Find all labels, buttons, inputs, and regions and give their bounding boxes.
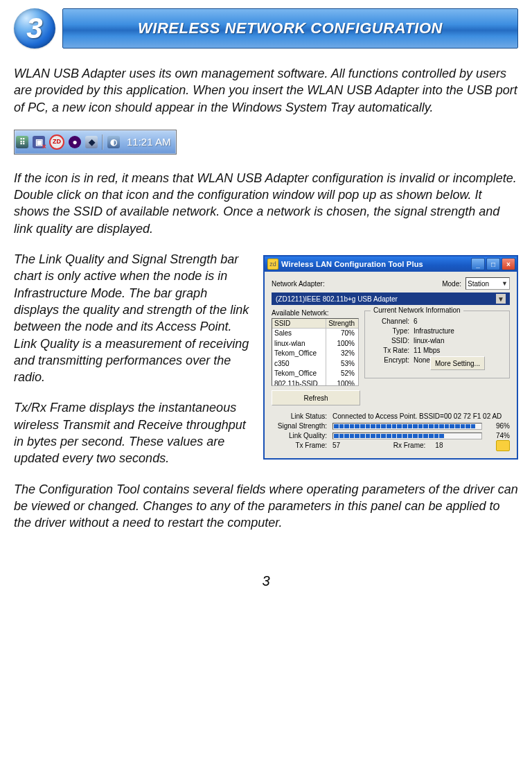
available-network-label: Available Network:	[272, 309, 359, 317]
paragraph-2: If the icon is in red, it means that WLA…	[14, 170, 518, 237]
window-title: Wireless LAN Configuration Tool Plus	[281, 260, 471, 268]
link-quality-value: 74%	[486, 432, 510, 439]
window-titlebar: zd Wireless LAN Configuration Tool Plus …	[265, 256, 517, 272]
tray-clock: 11:21 AM	[124, 136, 170, 148]
channel-label: Channel:	[371, 317, 409, 325]
adapter-select[interactable]: (ZD1211)IEEE 802.11b+g USB Adapter ▼	[272, 293, 510, 305]
type-label: Type:	[371, 327, 409, 335]
signal-strength-bar	[332, 423, 482, 430]
tray-icon-generic3: ◆	[85, 136, 98, 148]
signal-strength-label: Signal Strength:	[272, 422, 327, 430]
rx-frame-value: 18	[435, 442, 443, 451]
signal-strength-value: 96%	[486, 422, 510, 430]
app-icon	[496, 440, 510, 451]
tray-icon-generic: ▣	[33, 136, 45, 148]
wlan-config-window: zd Wireless LAN Configuration Tool Plus …	[263, 255, 518, 460]
list-item[interactable]: Sales70%	[272, 329, 358, 339]
rx-frame-label: Rx Frame:	[393, 442, 426, 451]
mode-value: Station	[468, 280, 489, 288]
ssid-label: SSID:	[371, 337, 409, 344]
tray-icon-wlan-adapter: ZD	[49, 134, 64, 150]
info-legend: Current Network Information	[371, 306, 463, 314]
minimize-button[interactable]: _	[471, 258, 485, 270]
txrate-label: Tx Rate:	[371, 347, 409, 354]
more-setting-button[interactable]: More Setting...	[430, 356, 485, 370]
ssid-value: linux-wlan	[414, 337, 444, 344]
mode-label: Mode:	[442, 280, 461, 288]
link-status-value: Connected to Access Point. BSSID=00 02 7…	[332, 412, 502, 420]
link-status-label: Link Status:	[272, 412, 327, 420]
chapter-title: WIRELESS NETWORK CONFIGURATION	[62, 8, 518, 49]
paragraph-5: The Configuration Tool contains several …	[14, 481, 518, 532]
tray-icon-network: ⠿	[16, 136, 28, 148]
tray-separator	[102, 134, 103, 150]
chevron-down-icon: ▼	[496, 294, 506, 304]
col-strength: Strength	[326, 319, 357, 328]
list-item[interactable]: Tekom_Office52%	[272, 369, 358, 379]
list-item[interactable]: Tekom_Office32%	[272, 349, 358, 359]
tx-frame-label: Tx Frame:	[272, 442, 327, 451]
encrypt-label: Encrypt:	[371, 356, 409, 370]
mode-select[interactable]: Station ▼	[466, 277, 510, 290]
tx-frame-value: 57	[332, 442, 340, 451]
chapter-header: 3 WIRELESS NETWORK CONFIGURATION	[14, 8, 518, 49]
link-quality-bar	[332, 433, 482, 439]
available-network-list[interactable]: SSID Strength Sales70% linux-wlan100% Te…	[272, 318, 359, 386]
encrypt-value: None	[414, 356, 430, 370]
chapter-number-badge: 3	[14, 8, 55, 49]
adapter-value: (ZD1211)IEEE 802.11b+g USB Adapter	[276, 295, 398, 303]
current-network-info: Current Network Information Channel:6 Ty…	[364, 311, 510, 378]
list-item[interactable]: 802.11b-SSID100%	[272, 379, 358, 387]
refresh-button[interactable]: Refresh	[272, 390, 360, 405]
chevron-down-icon: ▼	[502, 280, 508, 287]
close-button[interactable]: ×	[502, 258, 515, 270]
tray-icon-generic2: ●	[69, 136, 81, 148]
list-item[interactable]: c35053%	[272, 359, 358, 369]
adapter-label: Network Adapter:	[272, 280, 325, 288]
maximize-button[interactable]: □	[486, 258, 500, 270]
list-item[interactable]: linux-wlan100%	[272, 339, 358, 349]
channel-value: 6	[414, 317, 418, 325]
system-tray-screenshot: ⠿ ▣ ZD ● ◆ ◐ 11:21 AM	[14, 130, 177, 155]
txrate-value: 11 Mbps	[414, 347, 440, 354]
link-quality-label: Link Quality:	[272, 432, 327, 439]
app-icon: zd	[267, 259, 278, 270]
type-value: Infrastructure	[414, 327, 454, 335]
paragraph-1: WLAN USB Adapter uses its own management…	[14, 65, 518, 116]
col-ssid: SSID	[272, 319, 326, 328]
page-number: 3	[14, 573, 518, 589]
tray-icon-generic4: ◐	[107, 136, 120, 148]
